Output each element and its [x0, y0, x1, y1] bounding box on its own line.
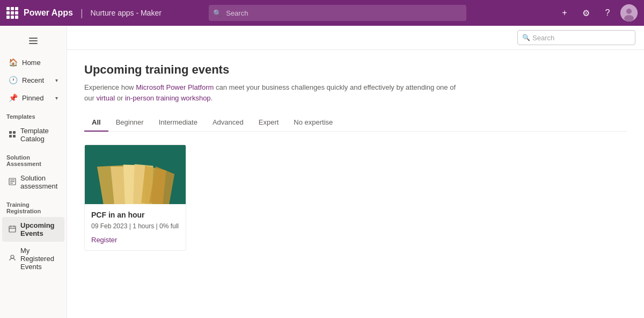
section-templates-label: Templates	[0, 107, 67, 122]
tab-intermediate[interactable]: Intermediate	[151, 114, 205, 132]
description-link-platform[interactable]: Microsoft Power Platform	[136, 83, 214, 91]
recent-chevron-icon: ▾	[55, 77, 58, 83]
tab-no-expertise[interactable]: No expertise	[286, 114, 340, 132]
svg-rect-11	[9, 226, 16, 232]
card-body: PCF in an hour 09 Feb 2023 | 1 hours | 0…	[85, 204, 186, 250]
app-launcher-icon[interactable]	[6, 7, 18, 19]
secondary-search-icon: 🔍	[522, 34, 530, 41]
top-search-icon: 🔍	[213, 9, 222, 17]
secondary-search-bar: 🔍	[67, 26, 644, 50]
card-image	[85, 145, 186, 204]
top-search-input[interactable]	[209, 5, 466, 21]
page-description: Experience how Microsoft Power Platform …	[84, 82, 460, 103]
tab-all[interactable]: All	[84, 114, 108, 132]
sidebar-item-upcoming-events-label: Upcoming Events	[20, 221, 58, 237]
sidebar-item-home-label: Home	[22, 59, 58, 67]
sidebar-item-recent[interactable]: 🕐 Recent ▾	[2, 71, 64, 89]
event-card-pcf[interactable]: PCF in an hour 09 Feb 2023 | 1 hours | 0…	[84, 144, 186, 251]
card-title: PCF in an hour	[91, 211, 179, 219]
card-register-link[interactable]: Register	[91, 236, 117, 244]
top-search-container: 🔍	[209, 5, 466, 21]
upcoming-events-icon	[9, 225, 16, 234]
sidebar-item-recent-label: Recent	[22, 76, 51, 84]
tab-expert[interactable]: Expert	[251, 114, 287, 132]
description-link-in-person[interactable]: in-person training workshop	[125, 94, 211, 102]
sidebar-item-my-registered-events[interactable]: My Registered Events	[2, 242, 64, 275]
add-button[interactable]: +	[556, 4, 573, 21]
svg-point-2	[624, 15, 634, 21]
svg-rect-3	[9, 131, 12, 134]
app-subtitle: Nurture apps - Maker	[91, 9, 162, 17]
main-content: 🔍 Upcoming training events Experience ho…	[67, 26, 644, 318]
sidebar-item-pinned[interactable]: 📌 Pinned ▾	[2, 89, 64, 106]
section-training-registration-label: Training Registration	[0, 195, 67, 216]
top-nav: Power Apps | Nurture apps - Maker 🔍 + ⚙ …	[0, 0, 644, 26]
cards-grid: PCF in an hour 09 Feb 2023 | 1 hours | 0…	[84, 144, 627, 251]
svg-rect-6	[13, 135, 16, 138]
page-content: Upcoming training events Experience how …	[67, 50, 644, 264]
nav-separator: |	[80, 8, 83, 19]
help-button[interactable]: ?	[599, 4, 616, 21]
sidebar-item-solution-assessment[interactable]: Solution assessment	[2, 170, 64, 194]
settings-button[interactable]: ⚙	[577, 4, 595, 21]
tab-beginner[interactable]: Beginner	[108, 114, 151, 132]
home-icon: 🏠	[9, 58, 18, 67]
sidebar-item-upcoming-events[interactable]: Upcoming Events	[2, 217, 64, 242]
sidebar-toggle[interactable]	[4, 32, 62, 49]
avatar[interactable]	[620, 4, 638, 21]
sidebar-item-solution-assessment-label: Solution assessment	[20, 174, 58, 190]
sidebar-item-template-catalog[interactable]: Template Catalog	[2, 122, 64, 147]
svg-rect-5	[9, 135, 12, 138]
description-link-virtual[interactable]: virtual	[96, 94, 115, 102]
svg-point-1	[626, 9, 632, 14]
sidebar-item-template-catalog-label: Template Catalog	[20, 127, 58, 143]
tabs-container: All Beginner Intermediate Advanced Exper…	[84, 114, 627, 132]
svg-rect-4	[13, 131, 16, 134]
sidebar-item-pinned-label: Pinned	[22, 94, 51, 102]
brand-name: Power Apps	[24, 8, 73, 18]
secondary-search-container: 🔍	[517, 30, 635, 45]
card-meta: 09 Feb 2023 | 1 hours | 0% full	[91, 222, 179, 230]
solution-assessment-icon	[9, 178, 16, 187]
svg-point-15	[11, 255, 14, 258]
sidebar: 🏠 Home 🕐 Recent ▾ 📌 Pinned ▾ Templates T…	[0, 26, 67, 318]
template-catalog-icon	[9, 131, 16, 140]
top-nav-actions: + ⚙ ?	[556, 4, 638, 21]
secondary-search-input[interactable]	[532, 34, 631, 42]
sidebar-item-my-registered-events-label: My Registered Events	[20, 247, 58, 271]
page-title: Upcoming training events	[84, 63, 627, 77]
main-layout: 🏠 Home 🕐 Recent ▾ 📌 Pinned ▾ Templates T…	[0, 26, 644, 318]
pinned-chevron-icon: ▾	[55, 95, 58, 101]
recent-icon: 🕐	[9, 76, 18, 84]
sidebar-item-home[interactable]: 🏠 Home	[2, 54, 64, 71]
tab-advanced[interactable]: Advanced	[205, 114, 251, 132]
pinned-icon: 📌	[9, 93, 18, 102]
my-registered-events-icon	[9, 254, 16, 263]
section-solution-assessment-label: Solution Assessment	[0, 148, 67, 169]
